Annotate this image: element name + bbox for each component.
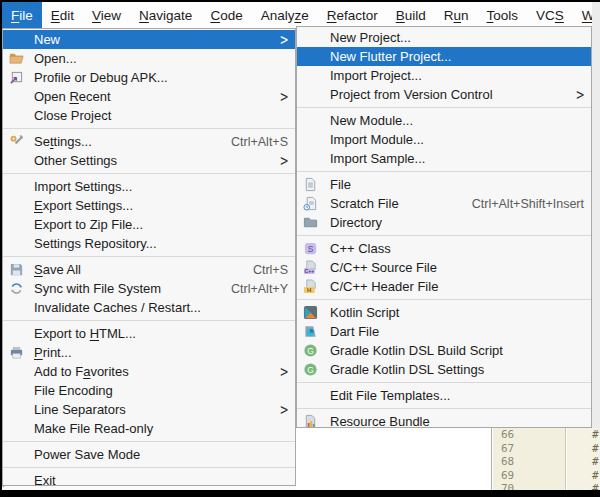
menu-item-make-file-read-only[interactable]: Make File Read-only [3,419,295,438]
menu-item-settings-repository[interactable]: Settings Repository... [3,234,295,253]
line-number: 68 [493,455,565,469]
icon-placeholder [9,217,29,233]
menu-item-label: Project from Version Control [330,87,493,102]
menu-item-close-project[interactable]: Close Project [3,106,295,125]
menu-item-exit[interactable]: Exit [3,471,295,486]
menu-item-label: Import Project... [330,68,422,83]
svg-text:S: S [308,244,314,254]
menubar-item-label: Navigate [139,8,192,23]
menu-item-profile-or-debug-apk[interactable]: Profile or Debug APK... [3,68,295,87]
icon-placeholder [303,49,325,65]
menubar-item-build[interactable]: Build [387,2,435,28]
menubar-item-refactor[interactable]: Refactor [318,2,387,28]
icon-placeholder [303,30,325,46]
menu-item-shortcut: Ctrl+Alt+Shift+Insert [472,197,584,211]
icon-placeholder [9,402,29,418]
icon-placeholder [9,447,29,463]
menu-item-new-project[interactable]: New Project... [297,28,591,47]
menu-item-label: Export to HTML... [34,326,136,341]
menu-item-scratch-file[interactable]: Scratch FileCtrl+Alt+Shift+Insert [297,194,591,213]
menu-item-new-flutter-project[interactable]: New Flutter Project... [297,47,591,66]
menu-item-export-to-zip-file[interactable]: Export to Zip File... [3,215,295,234]
menu-item-label: C/C++ Header File [330,279,438,294]
menu-item-label: Open Recent [34,89,111,104]
menu-item-new[interactable]: New> [3,30,295,49]
menu-separator [297,171,591,172]
file-icon [303,177,325,193]
menu-item-settings[interactable]: Settings...Ctrl+Alt+S [3,132,295,151]
menubar-item-view[interactable]: View [83,2,130,28]
menu-item-label: Make File Read-only [34,421,153,436]
menu-item-open-recent[interactable]: Open Recent> [3,87,295,106]
menubar-item-run[interactable]: Run [435,2,478,28]
menu-item-new-module[interactable]: New Module... [297,111,591,130]
icon-placeholder [9,326,29,342]
submenu-arrow-icon: > [280,400,288,419]
menu-item-sync-with-file-system[interactable]: Sync with File SystemCtrl+Alt+Y [3,279,295,298]
resource-bundle-icon [303,414,325,429]
code-line: # [567,428,600,442]
menu-item-open[interactable]: Open... [3,49,295,68]
menu-item-import-settings[interactable]: Import Settings... [3,177,295,196]
save-all-icon [9,262,29,278]
file-menu-popup: New>Open...Profile or Debug APK...Open R… [2,28,296,486]
menu-item-edit-file-templates[interactable]: Edit File Templates... [297,386,591,405]
menu-item-file-encoding[interactable]: File Encoding [3,381,295,400]
menu-item-label: New Module... [330,113,413,128]
menubar-item-analyze[interactable]: Analyze [252,2,318,28]
icon-placeholder [9,236,29,252]
menu-item-import-module[interactable]: Import Module... [297,130,591,149]
icon-placeholder [9,473,29,487]
menu-item-label: Sync with File System [34,281,161,296]
icon-placeholder [303,151,325,167]
menu-item-export-settings[interactable]: Export Settings... [3,196,295,215]
menu-item-save-all[interactable]: Save AllCtrl+S [3,260,295,279]
menu-item-file[interactable]: File [297,175,591,194]
line-number: 66 [493,428,565,442]
submenu-arrow-icon: > [280,151,288,170]
menu-item-invalidate-caches-restart[interactable]: Invalidate Caches / Restart... [3,298,295,317]
menu-item-import-sample[interactable]: Import Sample... [297,149,591,168]
menu-item-gradle-kotlin-dsl-settings[interactable]: GGradle Kotlin DSL Settings [297,360,591,379]
svg-text:H: H [307,286,311,293]
menu-item-label: Kotlin Script [330,305,399,320]
menu-item-label: New Project... [330,30,411,45]
menu-item-dart-file[interactable]: Dart File [297,322,591,341]
menu-item-label: Line Separators [34,402,126,417]
menu-item-resource-bundle[interactable]: Resource Bundle [297,412,591,428]
ide-window: FileEditViewNavigateCodeAnalyzeRefactorB… [2,2,600,490]
menu-item-label: Resource Bundle [330,414,430,428]
menu-item-import-project[interactable]: Import Project... [297,66,591,85]
menubar-item-code[interactable]: Code [201,2,251,28]
menu-item-label: New Flutter Project... [330,49,451,64]
menubar-item-vcs[interactable]: VCS [527,2,573,28]
menu-item-c-c-source-file[interactable]: C++C/C++ Source File [297,258,591,277]
menu-separator [297,408,591,409]
menu-item-label: Save All [34,262,81,277]
menubar-item-label: File [11,8,33,23]
menu-item-label: Power Save Mode [34,447,140,462]
menubar-item-file[interactable]: File [2,2,42,28]
menu-item-c-class[interactable]: SC++ Class [297,239,591,258]
editor-area[interactable]: 6667686970 ##### [296,428,600,490]
editor-code-column: ##### [567,428,600,490]
menu-item-print[interactable]: Print... [3,343,295,362]
menu-item-kotlin-script[interactable]: Kotlin Script [297,303,591,322]
menu-item-project-from-version-control[interactable]: Project from Version Control> [297,85,591,104]
menubar-item-label: Edit [51,8,74,23]
menu-item-directory[interactable]: Directory [297,213,591,232]
menubar-item-navigate[interactable]: Navigate [130,2,201,28]
menu-separator [297,299,591,300]
icon-placeholder [303,87,325,103]
menu-item-label: C++ Class [330,241,391,256]
code-line: # [567,442,600,456]
menu-item-line-separators[interactable]: Line Separators> [3,400,295,419]
menu-item-c-c-header-file[interactable]: HC/C++ Header File [297,277,591,296]
menu-item-gradle-kotlin-dsl-build-script[interactable]: GGradle Kotlin DSL Build Script [297,341,591,360]
menubar-item-edit[interactable]: Edit [42,2,83,28]
menu-item-other-settings[interactable]: Other Settings> [3,151,295,170]
menu-item-export-to-html[interactable]: Export to HTML... [3,324,295,343]
menu-item-add-to-favorites[interactable]: Add to Favorites> [3,362,295,381]
menubar-item-tools[interactable]: Tools [478,2,528,28]
menu-item-power-save-mode[interactable]: Power Save Mode [3,445,295,464]
